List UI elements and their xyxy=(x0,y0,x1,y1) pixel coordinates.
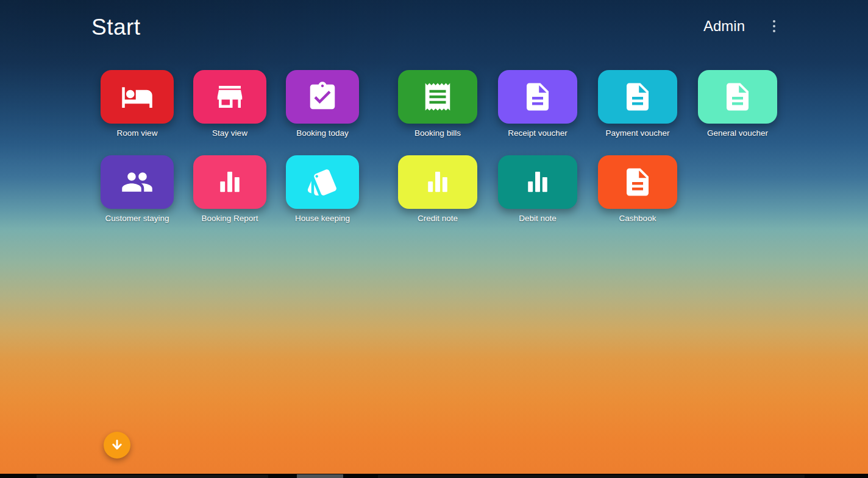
page-title: Start xyxy=(91,15,141,40)
tile-label: Booking today xyxy=(296,128,349,138)
tile-cashbook[interactable] xyxy=(598,155,677,209)
tile-booking-report[interactable] xyxy=(193,155,266,209)
tile-stay-view[interactable] xyxy=(193,70,266,124)
tile-label: Receipt voucher xyxy=(508,128,567,138)
taskbar-segment xyxy=(297,474,343,478)
tile-row-1: Room view Stay view Booking today Bookin… xyxy=(101,70,777,138)
tile-cell: Cashbook xyxy=(598,155,677,223)
user-menu-label[interactable]: Admin xyxy=(703,18,745,35)
tile-cell: Customer staying xyxy=(101,155,174,223)
receipt-icon xyxy=(421,80,454,113)
tile-receipt-voucher[interactable] xyxy=(498,70,577,124)
tile-label: Customer staying xyxy=(105,214,169,223)
bar-chart-icon xyxy=(521,166,554,199)
document-icon xyxy=(621,166,654,199)
tile-label: Cashbook xyxy=(619,214,656,223)
tile-booking-bills[interactable] xyxy=(398,70,477,124)
tile-cell: Stay view xyxy=(193,70,266,138)
arrow-down-icon xyxy=(110,438,124,452)
tile-cell: Booking today xyxy=(286,70,359,138)
tile-debit-note[interactable] xyxy=(498,155,577,209)
header-right: Admin xyxy=(703,17,779,35)
taskbar-segment xyxy=(378,475,805,478)
tile-row-2: Customer staying Booking Report House ke… xyxy=(101,155,677,223)
bed-icon xyxy=(121,80,154,113)
tile-cell: Receipt voucher xyxy=(498,70,577,138)
tile-booking-today[interactable] xyxy=(286,70,359,124)
tile-cell: Payment voucher xyxy=(598,70,677,138)
tile-label: Booking bills xyxy=(414,128,461,138)
tile-cell: Booking Report xyxy=(193,155,266,223)
kebab-menu-icon[interactable] xyxy=(769,17,779,35)
tile-label: Credit note xyxy=(418,214,458,223)
tile-payment-voucher[interactable] xyxy=(598,70,677,124)
document-icon xyxy=(521,80,554,113)
tile-general-voucher[interactable] xyxy=(698,70,777,124)
tile-label: Debit note xyxy=(519,214,557,223)
tile-label: Stay view xyxy=(212,128,247,138)
tile-cell: Debit note xyxy=(498,155,577,223)
tile-cell: Booking bills xyxy=(398,70,477,138)
taskbar-sliver xyxy=(0,474,868,478)
tile-label: Booking Report xyxy=(201,214,258,223)
taskbar-segment xyxy=(37,475,268,478)
tile-customer-staying[interactable] xyxy=(101,155,174,209)
bar-chart-icon xyxy=(213,166,246,199)
tile-room-view[interactable] xyxy=(101,70,174,124)
tags-icon xyxy=(306,166,339,199)
tile-credit-note[interactable] xyxy=(398,155,477,209)
tile-label: Room view xyxy=(117,128,158,138)
bar-chart-icon xyxy=(421,166,454,199)
storefront-icon xyxy=(213,80,246,113)
document-icon xyxy=(721,80,754,113)
tile-label: House keeping xyxy=(295,214,350,223)
scroll-down-button[interactable] xyxy=(104,432,130,459)
tile-cell: General voucher xyxy=(698,70,777,138)
tile-cell: House keeping xyxy=(286,155,359,223)
tile-label: General voucher xyxy=(707,128,768,138)
tile-label: Payment voucher xyxy=(605,128,669,138)
tile-cell: Room view xyxy=(101,70,174,138)
tile-cell: Credit note xyxy=(398,155,477,223)
document-icon xyxy=(621,80,654,113)
tile-house-keeping[interactable] xyxy=(286,155,359,209)
clipboard-check-icon xyxy=(306,80,339,113)
people-icon xyxy=(121,166,154,199)
